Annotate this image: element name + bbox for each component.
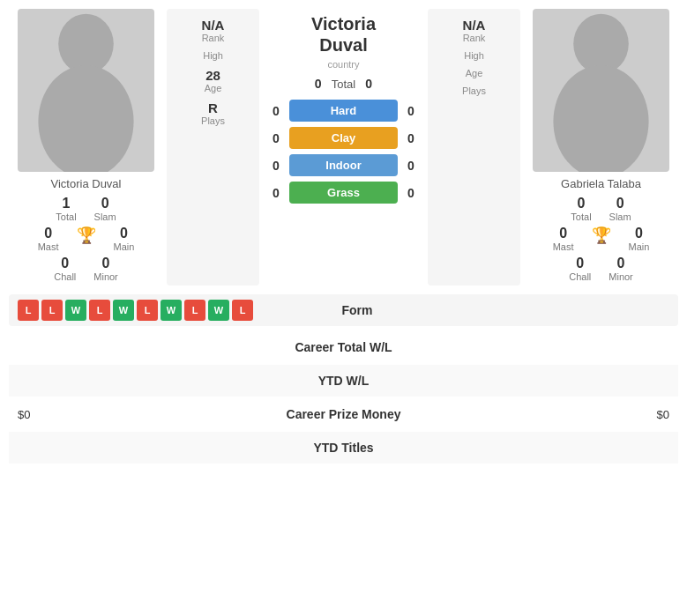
player1-name-center: VictoriaDuval xyxy=(311,13,376,56)
hard-row: 0 Hard 0 xyxy=(263,100,424,122)
career-prize-left: $0 xyxy=(18,408,181,421)
player1-high-label: High xyxy=(172,50,254,61)
player2-minor-value: 0 xyxy=(609,256,633,271)
player1-country-flag: country xyxy=(327,59,359,70)
player1-slam-label: Slam xyxy=(94,212,116,222)
clay-badge: Clay xyxy=(289,127,398,149)
player1-stats-row3: 0 Chall 0 Minor xyxy=(54,256,118,282)
player2-trophy-cell: 🏆 xyxy=(592,226,611,252)
total-score-right: 0 xyxy=(355,77,382,91)
hard-score-right: 0 xyxy=(398,104,424,118)
hard-score-left: 0 xyxy=(263,104,289,118)
player2-minor-label: Minor xyxy=(609,271,633,282)
grass-score-left: 0 xyxy=(263,186,289,200)
player1-total-value: 1 xyxy=(56,196,76,212)
form-section: LLWLWLWLWL Form xyxy=(9,294,678,326)
ytd-titles-row: YTD Titles xyxy=(9,432,678,464)
player1-rank-label: Rank xyxy=(172,33,254,43)
form-badge-4: W xyxy=(113,300,134,321)
ytd-titles-center: YTD Titles xyxy=(181,441,507,455)
player1-chall-cell: 0 Chall xyxy=(54,256,76,282)
indoor-score-right: 0 xyxy=(398,159,424,173)
player2-card: Gabriela Talaba 0 Total 0 Slam 0 Mast 🏆 xyxy=(524,9,678,286)
player1-age-block: 28 Age xyxy=(172,68,254,93)
comparison-section: Victoria Duval 1 Total 0 Slam 0 Mast 🏆 xyxy=(9,9,678,286)
player2-rank-label: Rank xyxy=(433,33,515,43)
player2-chall-label: Chall xyxy=(569,271,591,282)
svg-point-2 xyxy=(573,14,629,74)
career-total-center: Career Total W/L xyxy=(181,340,507,354)
player1-plays-label: Plays xyxy=(172,115,254,126)
player1-name-label: Victoria Duval xyxy=(51,177,122,190)
player2-plays-block: Plays xyxy=(433,85,515,96)
player1-main-cell: 0 Main xyxy=(114,226,135,252)
player1-rank-value: N/A xyxy=(172,18,254,33)
player2-mast-value: 0 xyxy=(553,226,574,241)
player1-age-value: 28 xyxy=(172,68,254,83)
ytd-wl-row: YTD W/L xyxy=(9,365,678,397)
player2-main-cell: 0 Main xyxy=(629,226,650,252)
player2-main-label: Main xyxy=(629,241,650,252)
form-badge-8: W xyxy=(208,300,229,321)
player2-stats-row2: 0 Mast 🏆 0 Main xyxy=(553,226,650,252)
form-badge-9: L xyxy=(232,300,253,321)
player2-minor-cell: 0 Minor xyxy=(609,256,633,282)
player1-minor-cell: 0 Minor xyxy=(93,256,118,282)
player1-chall-value: 0 xyxy=(54,256,76,271)
player1-rank-block: N/A Rank xyxy=(172,18,254,43)
player2-chall-value: 0 xyxy=(569,256,591,271)
main-container: Victoria Duval 1 Total 0 Slam 0 Mast 🏆 xyxy=(0,0,687,474)
player1-stats-row2: 0 Mast 🏆 0 Main xyxy=(38,226,135,252)
player2-middle-stats: N/A Rank High Age Plays xyxy=(428,9,520,286)
indoor-row: 0 Indoor 0 xyxy=(263,154,424,176)
hard-badge: Hard xyxy=(289,100,398,122)
player1-middle-stats: N/A Rank High 28 Age R Plays xyxy=(167,9,259,286)
player2-rank-value: N/A xyxy=(433,18,515,33)
player1-age-label: Age xyxy=(172,83,254,93)
grass-row: 0 Grass 0 xyxy=(263,182,424,204)
player1-photo xyxy=(18,9,154,172)
career-total-row: Career Total W/L xyxy=(9,331,678,363)
form-badges: LLWLWLWLWL xyxy=(18,300,253,321)
career-prize-center: Career Prize Money xyxy=(181,407,507,421)
player2-age-block: Age xyxy=(433,68,515,78)
ytd-wl-center: YTD W/L xyxy=(181,374,507,388)
clay-score-left: 0 xyxy=(263,131,289,145)
player2-slam-cell: 0 Slam xyxy=(609,196,631,222)
player2-mast-label: Mast xyxy=(553,241,574,252)
form-badge-7: L xyxy=(184,300,205,321)
player1-main-label: Main xyxy=(114,241,135,252)
form-badge-5: L xyxy=(137,300,158,321)
center-section: VictoriaDuval country 0 Total 0 0 Hard 0… xyxy=(263,9,424,286)
player1-minor-label: Minor xyxy=(93,271,118,282)
player2-total-label: Total xyxy=(571,212,591,222)
player1-total-label: Total xyxy=(56,212,76,222)
player1-country-text: country xyxy=(327,59,359,70)
indoor-score-left: 0 xyxy=(263,159,289,173)
player1-mast-cell: 0 Mast xyxy=(38,226,59,252)
clay-score-right: 0 xyxy=(398,131,424,145)
indoor-badge: Indoor xyxy=(289,154,398,176)
clay-row: 0 Clay 0 xyxy=(263,127,424,149)
grass-badge: Grass xyxy=(289,182,398,204)
player1-chall-label: Chall xyxy=(54,271,76,282)
player1-mast-label: Mast xyxy=(38,241,59,252)
player2-main-value: 0 xyxy=(629,226,650,241)
player2-age-label: Age xyxy=(433,68,515,78)
player2-slam-value: 0 xyxy=(609,196,631,212)
player1-high-block: High xyxy=(172,50,254,61)
player2-high-label: High xyxy=(433,50,515,61)
player2-chall-cell: 0 Chall xyxy=(569,256,591,282)
player1-mast-value: 0 xyxy=(38,226,59,241)
svg-point-3 xyxy=(553,65,648,172)
player2-mast-cell: 0 Mast xyxy=(553,226,574,252)
form-badge-2: W xyxy=(65,300,86,321)
player2-photo xyxy=(533,9,669,172)
player1-stats-row1: 1 Total 0 Slam xyxy=(56,196,116,222)
total-row: 0 Total 0 xyxy=(305,77,382,91)
player2-stats-row1: 0 Total 0 Slam xyxy=(571,196,631,222)
court-rows: 0 Hard 0 0 Clay 0 0 Indoor 0 0 Grass xyxy=(263,100,424,209)
player2-total-value: 0 xyxy=(571,196,591,212)
form-badge-3: L xyxy=(89,300,110,321)
player1-trophy-cell: 🏆 xyxy=(77,226,96,252)
